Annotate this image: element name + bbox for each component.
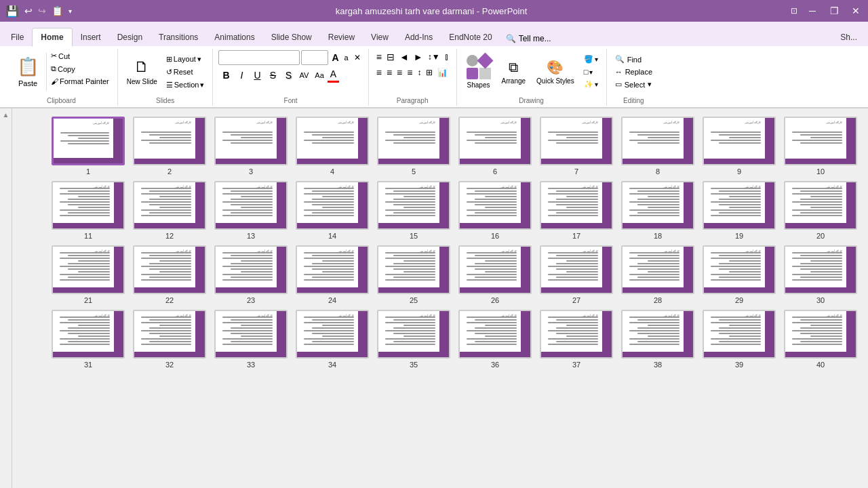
char-spacing-button[interactable]: AV bbox=[296, 70, 311, 81]
tab-insert[interactable]: Insert bbox=[73, 28, 109, 46]
align-center-button[interactable]: ≡ bbox=[384, 66, 394, 79]
shapes-button[interactable]: Shapes bbox=[462, 50, 495, 94]
grow-font-button[interactable]: A bbox=[330, 52, 340, 64]
slide-thumb-40[interactable]: کارگاه آموزشی40 bbox=[784, 310, 857, 369]
tab-endnote[interactable]: EndNote 20 bbox=[441, 28, 500, 46]
slide-thumb-5[interactable]: کارگاه آموزشی5 bbox=[377, 117, 450, 176]
slide-thumb-11[interactable]: کارگاه آموزشی11 bbox=[52, 181, 125, 240]
tab-view[interactable]: View bbox=[363, 28, 397, 46]
bold-button[interactable]: B bbox=[218, 68, 233, 83]
tab-review[interactable]: Review bbox=[320, 28, 363, 46]
maximize-button[interactable]: ❐ bbox=[827, 4, 841, 18]
inc-indent-button[interactable]: ► bbox=[412, 50, 425, 64]
slide-thumb-4[interactable]: کارگاه آموزشی4 bbox=[296, 117, 369, 176]
slide-thumb-9[interactable]: کارگاه آموزشی9 bbox=[703, 117, 776, 176]
underline-button[interactable]: U bbox=[250, 68, 264, 82]
slide-thumb-18[interactable]: کارگاه آموزشی18 bbox=[621, 181, 694, 240]
font-size-input[interactable] bbox=[301, 50, 328, 65]
tab-slideshow[interactable]: Slide Show bbox=[263, 28, 320, 46]
tab-transitions[interactable]: Transitions bbox=[151, 28, 206, 46]
tab-home[interactable]: Home bbox=[32, 28, 72, 47]
slide-thumb-21[interactable]: کارگاه آموزشی21 bbox=[52, 245, 125, 304]
slide-thumb-10[interactable]: کارگاه آموزشی10 bbox=[784, 117, 857, 176]
slide-thumb-13[interactable]: کارگاه آموزشی13 bbox=[214, 181, 288, 240]
quick-styles-button[interactable]: 🎨 Quick Styles bbox=[532, 50, 578, 94]
tab-addins[interactable]: Add-Ins bbox=[397, 28, 441, 46]
format-painter-button[interactable]: 🖌 Format Painter bbox=[48, 76, 112, 87]
slide-thumb-7[interactable]: کارگاه آموزشی7 bbox=[540, 117, 613, 176]
slide-thumb-26[interactable]: کارگاه آموزشی26 bbox=[458, 245, 532, 304]
shape-outline-button[interactable]: □▾ bbox=[581, 66, 601, 77]
select-button[interactable]: ▭ Select ▾ bbox=[612, 79, 655, 90]
slide-thumb-20[interactable]: کارگاه آموزشی20 bbox=[784, 181, 857, 240]
slide-thumb-23[interactable]: کارگاه آموزشی23 bbox=[214, 245, 288, 304]
slide-thumb-12[interactable]: کارگاه آموزشی12 bbox=[133, 181, 206, 240]
slide-thumb-34[interactable]: کارگاه آموزشی34 bbox=[296, 310, 369, 369]
shape-fill-button[interactable]: 🪣▾ bbox=[581, 54, 601, 65]
align-text-button[interactable]: ⊞ bbox=[424, 66, 435, 79]
italic-button[interactable]: I bbox=[234, 68, 249, 83]
slide-thumb-29[interactable]: کارگاه آموزشی29 bbox=[703, 245, 776, 304]
find-button[interactable]: 🔍 Find bbox=[612, 54, 644, 65]
slide-thumb-16[interactable]: کارگاه آموزشی16 bbox=[458, 181, 532, 240]
shrink-font-button[interactable]: a bbox=[342, 53, 351, 62]
slide-thumb-3[interactable]: کارگاه آموزشی3 bbox=[214, 117, 288, 176]
slide-thumb-28[interactable]: کارگاه آموزشی28 bbox=[621, 245, 694, 304]
section-button[interactable]: ☰ Section ▾ bbox=[163, 79, 208, 91]
bullets-button[interactable]: ≡ bbox=[374, 50, 384, 64]
tab-share[interactable]: Sh... bbox=[832, 28, 865, 46]
save-icon[interactable]: 💾 bbox=[5, 5, 19, 18]
columns-button[interactable]: ⫿ bbox=[443, 51, 451, 63]
change-case-button[interactable]: Aa bbox=[312, 70, 326, 81]
slide-thumb-17[interactable]: کارگاه آموزشی17 bbox=[540, 181, 613, 240]
replace-button[interactable]: ↔ Replace bbox=[612, 66, 655, 77]
new-slide-button[interactable]: 🗋 New Slide bbox=[123, 50, 161, 94]
copy-button[interactable]: ⧉ Copy bbox=[48, 63, 112, 75]
text-dir-button[interactable]: ↕ bbox=[415, 66, 423, 79]
restore-icon[interactable]: ⊡ bbox=[791, 6, 797, 16]
tab-design[interactable]: Design bbox=[109, 28, 151, 46]
line-space-dec-button[interactable]: ↕▼ bbox=[426, 51, 442, 63]
tab-file[interactable]: File bbox=[3, 28, 32, 46]
strikethrough-button[interactable]: S bbox=[265, 68, 280, 82]
slide-thumb-37[interactable]: کارگاه آموزشی37 bbox=[540, 310, 613, 369]
slide-thumb-35[interactable]: کارگاه آموزشی35 bbox=[377, 310, 450, 369]
slide-thumb-8[interactable]: کارگاه آموزشی8 bbox=[621, 117, 694, 176]
dec-indent-button[interactable]: ◄ bbox=[397, 50, 411, 64]
slide-thumb-14[interactable]: کارگاه آموزشی14 bbox=[296, 181, 369, 240]
slide-thumb-38[interactable]: کارگاه آموزشی38 bbox=[621, 310, 694, 369]
undo-icon[interactable]: ↩ bbox=[24, 5, 33, 16]
slide-thumb-2[interactable]: کارگاه آموزشی2 bbox=[133, 117, 206, 176]
slide-thumb-27[interactable]: کارگاه آموزشی27 bbox=[540, 245, 613, 304]
slide-thumb-6[interactable]: کارگاه آموزشی6 bbox=[458, 117, 532, 176]
slide-thumb-30[interactable]: کارگاه آموزشی30 bbox=[784, 245, 857, 304]
minimize-button[interactable]: ─ bbox=[806, 4, 819, 18]
slides-grid[interactable]: کارگاه آموزشی10کارگاه آموزشی9کارگاه آموز… bbox=[12, 108, 868, 488]
numbering-button[interactable]: ⊟ bbox=[384, 50, 397, 64]
slide-thumb-19[interactable]: کارگاه آموزشی19 bbox=[703, 181, 776, 240]
slide-thumb-22[interactable]: کارگاه آموزشی22 bbox=[133, 245, 206, 304]
slide-thumb-15[interactable]: کارگاه آموزشی15 bbox=[377, 181, 450, 240]
font-color-button[interactable]: A bbox=[328, 67, 339, 83]
redo-icon[interactable]: ↪ bbox=[38, 5, 46, 16]
tab-animations[interactable]: Animations bbox=[206, 28, 262, 46]
slide-thumb-32[interactable]: کارگاه آموزشی32 bbox=[133, 310, 206, 369]
clear-format-button[interactable]: ✕ bbox=[352, 52, 363, 63]
scroll-up-arrow[interactable]: ▲ bbox=[3, 111, 9, 119]
shape-effects-button[interactable]: ✨▾ bbox=[581, 79, 601, 90]
slide-thumb-39[interactable]: کارگاه آموزشی39 bbox=[703, 310, 776, 369]
shadow-button[interactable]: S bbox=[281, 68, 296, 82]
layout-button[interactable]: ⊞ Layout ▾ bbox=[163, 54, 208, 65]
close-button[interactable]: ✕ bbox=[849, 4, 863, 18]
slide-thumb-1[interactable]: کارگاه آموزشی1 bbox=[52, 117, 125, 176]
align-left-button[interactable]: ≡ bbox=[395, 66, 404, 79]
arrange-button[interactable]: ⧉ Arrange bbox=[498, 50, 530, 94]
slide-thumb-24[interactable]: کارگاه آموزشی24 bbox=[296, 245, 369, 304]
slide-thumb-36[interactable]: کارگاه آموزشی36 bbox=[458, 310, 532, 369]
cut-button[interactable]: ✂ Cut bbox=[48, 50, 112, 62]
reset-button[interactable]: ↺ Reset bbox=[163, 66, 208, 78]
slide-thumb-33[interactable]: کارگاه آموزشی33 bbox=[214, 310, 288, 369]
paste-button[interactable]: 📋 Paste bbox=[11, 50, 45, 94]
align-right-button[interactable]: ≡ bbox=[374, 66, 384, 79]
smartart-button[interactable]: 📊 bbox=[435, 66, 450, 79]
